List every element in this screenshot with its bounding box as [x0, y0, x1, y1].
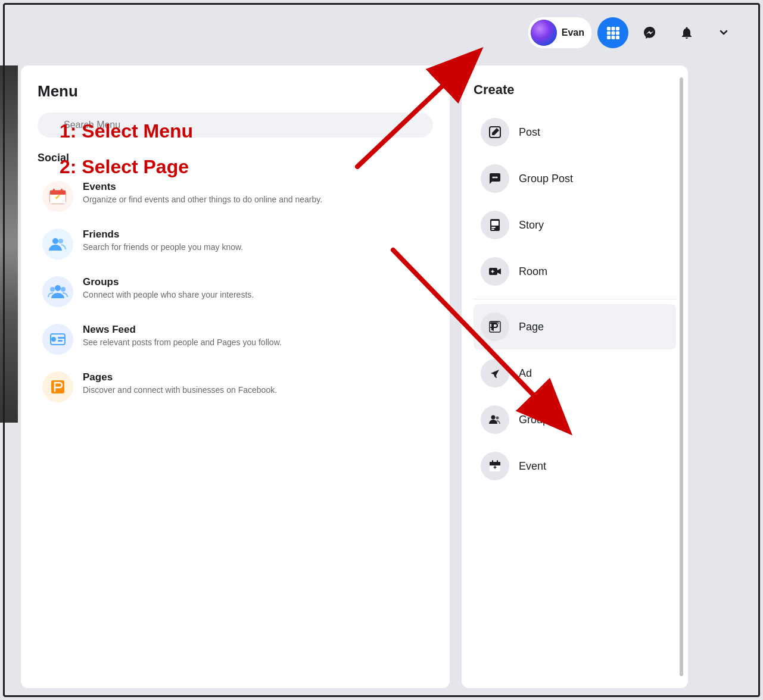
- svg-rect-6: [607, 36, 611, 39]
- svg-rect-15: [50, 190, 66, 195]
- newsfeed-title: News Feed: [83, 324, 282, 336]
- svg-point-29: [496, 177, 498, 179]
- grid-icon: [606, 26, 619, 39]
- create-group-post-label: Group Post: [519, 173, 573, 185]
- post-icon: [481, 118, 509, 146]
- create-item-ad[interactable]: Ad: [474, 351, 676, 396]
- create-item-post[interactable]: Post: [474, 110, 676, 155]
- events-text: Events Organize or find events and other…: [83, 181, 322, 206]
- menu-item-pages[interactable]: Pages Discover and connect with business…: [38, 364, 433, 410]
- svg-rect-7: [612, 36, 615, 39]
- notifications-button[interactable]: [671, 17, 702, 48]
- svg-point-37: [496, 417, 499, 420]
- svg-rect-33: [491, 229, 494, 230]
- pages-desc: Discover and connect with businesses on …: [83, 385, 277, 396]
- create-page-label: Page: [519, 321, 544, 333]
- friends-desc: Search for friends or people you may kno…: [83, 242, 243, 254]
- story-icon: [481, 211, 509, 239]
- menu-item-events[interactable]: Events Organize or find events and other…: [38, 174, 433, 219]
- grid-menu-button[interactable]: [597, 17, 628, 48]
- menu-title: Menu: [38, 82, 433, 101]
- main-content: Menu Social: [21, 65, 742, 688]
- create-ad-label: Ad: [519, 367, 532, 380]
- messenger-icon: [643, 26, 657, 40]
- create-item-group[interactable]: Group: [474, 397, 676, 442]
- events-title: Events: [83, 181, 322, 193]
- create-item-room[interactable]: Room: [474, 249, 676, 294]
- room-icon: [481, 257, 509, 286]
- svg-rect-0: [607, 27, 611, 30]
- bell-icon: [680, 26, 694, 40]
- create-item-page[interactable]: Page: [474, 304, 676, 349]
- search-container: [38, 112, 433, 138]
- create-story-label: Story: [519, 219, 544, 232]
- svg-point-36: [491, 415, 496, 420]
- friends-text: Friends Search for friends or people you…: [83, 229, 243, 254]
- svg-rect-1: [612, 27, 615, 30]
- menu-panel: Menu Social: [21, 65, 450, 688]
- dropdown-button[interactable]: [708, 17, 739, 48]
- svg-rect-8: [616, 36, 619, 39]
- svg-point-19: [50, 287, 55, 292]
- svg-rect-23: [58, 340, 63, 342]
- user-name: Evan: [562, 27, 584, 38]
- menu-item-newsfeed[interactable]: News Feed See relevant posts from people…: [38, 317, 433, 362]
- friends-title: Friends: [83, 229, 243, 240]
- pages-text: Pages Discover and connect with business…: [83, 371, 277, 396]
- groups-icon: [42, 276, 73, 307]
- menu-item-friends[interactable]: Friends Search for friends or people you…: [38, 221, 433, 267]
- svg-point-21: [51, 337, 56, 342]
- menu-item-groups[interactable]: Groups Connect with people who share you…: [38, 269, 433, 314]
- svg-point-16: [52, 238, 58, 244]
- navbar: Evan: [0, 0, 763, 65]
- events-icon: [42, 181, 73, 212]
- avatar: [531, 20, 557, 46]
- groups-text: Groups Connect with people who share you…: [83, 276, 254, 301]
- svg-point-17: [58, 239, 63, 243]
- svg-rect-32: [491, 227, 496, 228]
- create-panel: Create Post Group Post: [462, 65, 688, 688]
- social-section-title: Social: [38, 152, 433, 164]
- svg-rect-31: [491, 221, 499, 226]
- svg-rect-2: [616, 27, 619, 30]
- create-post-label: Post: [519, 126, 540, 139]
- svg-point-28: [494, 177, 496, 179]
- svg-point-18: [55, 285, 61, 291]
- create-item-group-post[interactable]: Group Post: [474, 156, 676, 201]
- events-desc: Organize or find events and other things…: [83, 194, 322, 206]
- create-title: Create: [474, 82, 676, 98]
- svg-rect-40: [490, 462, 500, 465]
- svg-point-20: [61, 287, 66, 292]
- svg-rect-3: [607, 32, 611, 35]
- create-room-label: Room: [519, 265, 547, 278]
- svg-rect-22: [58, 337, 65, 339]
- navbar-icons: Evan: [528, 17, 739, 48]
- groups-desc: Connect with people who share your inter…: [83, 289, 254, 301]
- pages-icon: [42, 371, 73, 402]
- group-create-icon: [481, 405, 509, 434]
- page-icon: [481, 312, 509, 341]
- group-post-icon: [481, 164, 509, 193]
- create-item-story[interactable]: Story: [474, 202, 676, 248]
- messenger-button[interactable]: [634, 17, 665, 48]
- create-item-event[interactable]: Event: [474, 443, 676, 489]
- left-photo-strip: [0, 65, 18, 423]
- pages-title: Pages: [83, 371, 277, 383]
- svg-point-27: [493, 177, 494, 179]
- newsfeed-icon: [42, 324, 73, 355]
- svg-rect-5: [616, 32, 619, 35]
- search-input[interactable]: [38, 112, 433, 138]
- create-event-label: Event: [519, 460, 546, 473]
- chevron-down-icon: [718, 27, 729, 38]
- user-profile-button[interactable]: Evan: [528, 17, 591, 48]
- newsfeed-desc: See relevant posts from people and Pages…: [83, 337, 282, 349]
- friends-icon: [42, 229, 73, 260]
- create-divider: [474, 299, 676, 299]
- svg-rect-4: [612, 32, 615, 35]
- ad-icon: [481, 359, 509, 388]
- create-group-label: Group: [519, 414, 549, 426]
- event-create-icon: [481, 452, 509, 480]
- newsfeed-text: News Feed See relevant posts from people…: [83, 324, 282, 349]
- groups-title: Groups: [83, 276, 254, 288]
